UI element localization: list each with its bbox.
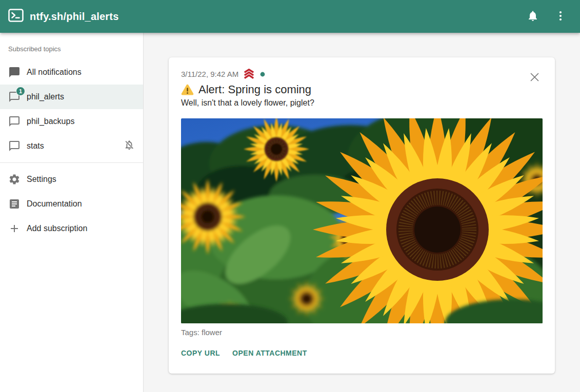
copy-url-button[interactable]: COPY URL — [181, 345, 220, 361]
sidebar-item-settings[interactable]: Settings — [0, 167, 143, 192]
sidebar-item-phil-backups[interactable]: phil_backups — [0, 109, 143, 134]
terminal-logo-icon — [8, 9, 24, 24]
sidebar-item-label: Documentation — [27, 199, 82, 209]
chat-bubble-outline-icon: 1 — [8, 91, 21, 103]
unread-badge: 1 — [16, 87, 25, 96]
sidebar-item-label: phil_backups — [27, 117, 74, 126]
notifications-bell-button[interactable] — [522, 5, 544, 28]
overflow-menu-button[interactable] — [549, 5, 572, 28]
sidebar-item-stats[interactable]: stats — [0, 134, 143, 158]
app-bar: ntfy.sh/phil_alerts — [0, 0, 580, 33]
unread-dot-icon — [260, 72, 265, 77]
notification-card: 3/11/22, 9:42 AM — [169, 57, 555, 374]
subscribed-topics-label: Subscribed topics — [0, 45, 143, 53]
document-icon — [8, 198, 21, 210]
sidebar-divider — [0, 162, 143, 163]
chat-bubble-outline-icon — [8, 140, 21, 152]
sidebar-item-phil-alerts[interactable]: 1 phil_alerts — [0, 85, 143, 109]
sidebar-item-add-subscription[interactable]: Add subscription — [0, 216, 143, 241]
sidebar-item-label: phil_alerts — [27, 92, 64, 101]
bell-icon — [527, 10, 539, 24]
chat-bubble-filled-icon — [8, 66, 21, 78]
open-attachment-button[interactable]: OPEN ATTACHMENT — [232, 345, 307, 361]
notification-body: Well, isn't that a lovely flower, piglet… — [181, 98, 543, 108]
sidebar-item-label: stats — [27, 141, 44, 151]
gear-icon — [8, 173, 21, 185]
notification-tags: Tags: flower — [181, 328, 543, 337]
plus-icon — [8, 222, 21, 235]
main-content: 3/11/22, 9:42 AM — [144, 33, 580, 392]
notification-timestamp: 3/11/22, 9:42 AM — [181, 70, 238, 78]
notification-title: Alert: Spring is coming — [181, 83, 543, 96]
warning-triangle-emoji — [181, 84, 194, 96]
priority-max-icon — [243, 69, 255, 79]
attachment-image[interactable] — [181, 118, 543, 323]
close-notification-button[interactable] — [526, 70, 543, 86]
kebab-menu-icon — [554, 10, 567, 24]
sidebar-item-label: All notifications — [27, 68, 82, 77]
sidebar-item-documentation[interactable]: Documentation — [0, 192, 143, 216]
sidebar-item-label: Settings — [27, 175, 56, 184]
app-title: ntfy.sh/phil_alerts — [30, 11, 118, 23]
bell-off-icon — [124, 139, 135, 153]
chat-bubble-outline-icon — [8, 115, 21, 128]
close-icon — [529, 72, 540, 84]
sidebar: Subscribed topics All notifications 1 ph… — [0, 33, 144, 392]
sidebar-item-all-notifications[interactable]: All notifications — [0, 60, 143, 85]
sidebar-item-label: Add subscription — [27, 224, 87, 233]
